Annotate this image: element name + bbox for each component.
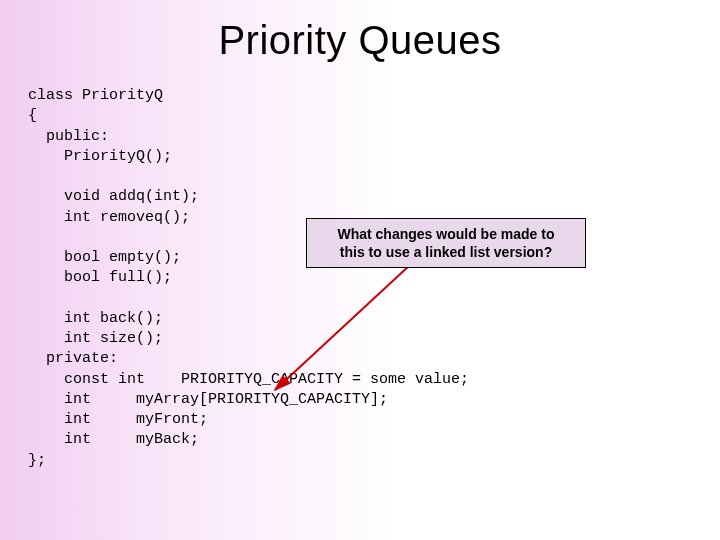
code-line: int myBack;	[28, 431, 199, 448]
code-line: public:	[28, 128, 109, 145]
code-line: };	[28, 452, 46, 469]
code-line: int size();	[28, 330, 163, 347]
code-block: class PriorityQ { public: PriorityQ(); v…	[28, 86, 469, 471]
code-line: PriorityQ();	[28, 148, 172, 165]
code-line: bool empty();	[28, 249, 181, 266]
callout-line: What changes would be made to	[337, 226, 554, 242]
code-line: const int PRIORITYQ_CAPACITY = some valu…	[28, 371, 469, 388]
code-line: int myFront;	[28, 411, 208, 428]
code-line: int removeq();	[28, 209, 190, 226]
slide: Priority Queues class PriorityQ { public…	[0, 0, 720, 540]
code-line: class PriorityQ	[28, 87, 163, 104]
page-title: Priority Queues	[0, 18, 720, 63]
code-line: bool full();	[28, 269, 172, 286]
callout-line: this to use a linked list version?	[340, 244, 552, 260]
code-line: int myArray[PRIORITYQ_CAPACITY];	[28, 391, 388, 408]
code-line: void addq(int);	[28, 188, 199, 205]
code-line: int back();	[28, 310, 163, 327]
code-line: private:	[28, 350, 118, 367]
code-line: {	[28, 107, 37, 124]
callout-box: What changes would be made to this to us…	[306, 218, 586, 268]
